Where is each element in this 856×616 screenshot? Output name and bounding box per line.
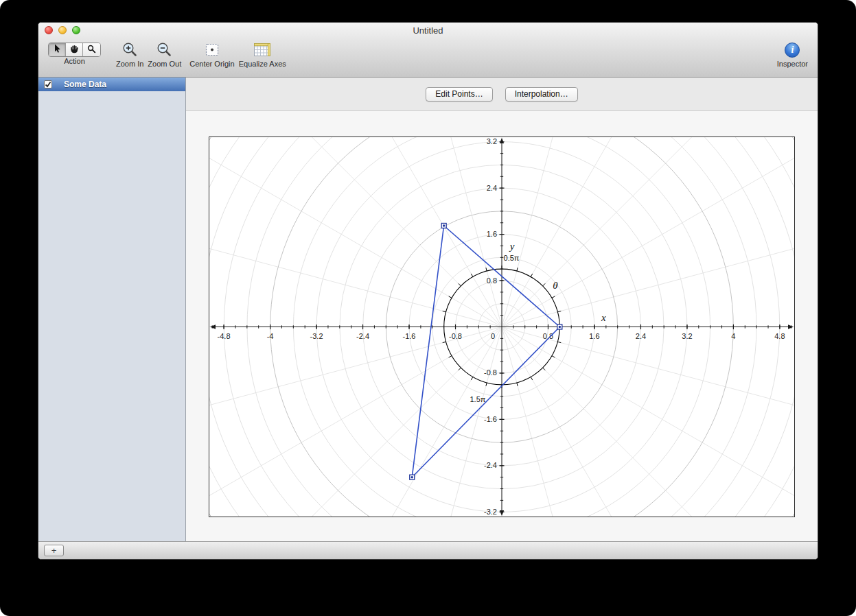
close-button[interactable] [45, 26, 53, 34]
magnifier-tool-button[interactable] [83, 43, 100, 56]
info-icon: i [785, 43, 800, 58]
edit-points-button[interactable]: Edit Points… [426, 87, 492, 102]
zoom-in-label: Zoom In [116, 60, 143, 68]
tool-segmented-control [48, 43, 101, 57]
svg-text:-0.8: -0.8 [449, 332, 462, 340]
hand-tool-button[interactable] [66, 43, 83, 56]
titlebar[interactable]: Untitled [38, 23, 818, 38]
sidebar-item-some-data[interactable]: Some Data [38, 78, 185, 91]
zoom-in-icon [122, 40, 139, 60]
center-origin-label: Center Origin [189, 60, 234, 68]
plot-svg: 0.5π1.5π-4.8-4-3.2-2.4-1.6-0.800.81.62.4… [209, 137, 794, 517]
app-window: Untitled [38, 22, 818, 560]
arrow-tool-button[interactable] [49, 43, 66, 56]
zoom-out-button[interactable]: Zoom Out [148, 40, 181, 68]
svg-text:4: 4 [731, 332, 735, 340]
check-icon [45, 81, 51, 88]
svg-text:1.5π: 1.5π [470, 395, 485, 403]
svg-text:0: 0 [491, 332, 495, 340]
window-title: Untitled [38, 23, 818, 38]
sidebar: Some Data [38, 78, 186, 541]
desktop-background: Untitled [0, 0, 856, 616]
cursor-arrow-icon [53, 44, 61, 56]
svg-text:-3.2: -3.2 [484, 508, 497, 516]
zoom-out-label: Zoom Out [148, 60, 181, 68]
equalize-axes-button[interactable]: Equalize Axes [239, 40, 286, 68]
minimize-button[interactable] [58, 26, 67, 34]
svg-text:0.5π: 0.5π [504, 254, 520, 262]
toolbar: Action Zoom In [38, 38, 818, 77]
magnifier-icon [87, 44, 96, 56]
svg-text:y: y [509, 241, 515, 252]
traffic-lights [45, 26, 80, 34]
plot-header-bar: Edit Points… Interpolation… [186, 78, 818, 111]
svg-text:-2.4: -2.4 [356, 332, 369, 340]
content-area: Some Data Edit Points… Interpolation… 0.… [38, 78, 818, 541]
svg-text:3.2: 3.2 [487, 137, 497, 145]
svg-text:-3.2: -3.2 [310, 332, 323, 340]
bottom-bar: + [38, 541, 818, 559]
add-data-button[interactable]: + [44, 545, 64, 556]
equalize-axes-label: Equalize Axes [239, 60, 286, 68]
svg-text:-2.4: -2.4 [484, 461, 497, 469]
svg-text:2.4: 2.4 [636, 332, 646, 340]
inspector-button[interactable]: i Inspector [777, 40, 808, 68]
svg-text:-0.8: -0.8 [484, 368, 497, 377]
inspector-label: Inspector [777, 60, 808, 68]
svg-text:-4: -4 [267, 332, 274, 340]
svg-text:-1.6: -1.6 [403, 332, 416, 340]
svg-text:0.8: 0.8 [487, 276, 497, 285]
equalize-axes-icon [252, 40, 273, 60]
svg-text:4.8: 4.8 [774, 332, 785, 340]
svg-text:x: x [601, 312, 606, 323]
visibility-checkbox[interactable] [44, 80, 52, 88]
svg-text:-1.6: -1.6 [484, 415, 497, 423]
center-origin-icon [204, 40, 220, 60]
plot-canvas[interactable]: 0.5π1.5π-4.8-4-3.2-2.4-1.6-0.800.81.62.4… [209, 137, 795, 517]
svg-text:3.2: 3.2 [682, 332, 692, 340]
center-origin-button[interactable]: Center Origin [189, 40, 234, 68]
svg-text:-4.8: -4.8 [218, 332, 231, 340]
zoom-out-icon [156, 40, 173, 60]
window-chrome: Untitled [38, 23, 818, 78]
action-tool-group: Action [48, 40, 101, 65]
svg-text:θ: θ [553, 280, 558, 291]
svg-text:2.4: 2.4 [487, 184, 497, 192]
svg-text:1.6: 1.6 [589, 332, 599, 340]
interpolation-button[interactable]: Interpolation… [505, 87, 578, 102]
sidebar-item-label: Some Data [64, 80, 106, 89]
main-panel: Edit Points… Interpolation… 0.5π1.5π-4.8… [186, 78, 818, 541]
zoom-window-button[interactable] [72, 26, 80, 34]
action-label: Action [64, 57, 85, 65]
zoom-in-button[interactable]: Zoom In [116, 40, 143, 68]
hand-icon [70, 44, 79, 56]
svg-text:1.6: 1.6 [487, 230, 497, 238]
